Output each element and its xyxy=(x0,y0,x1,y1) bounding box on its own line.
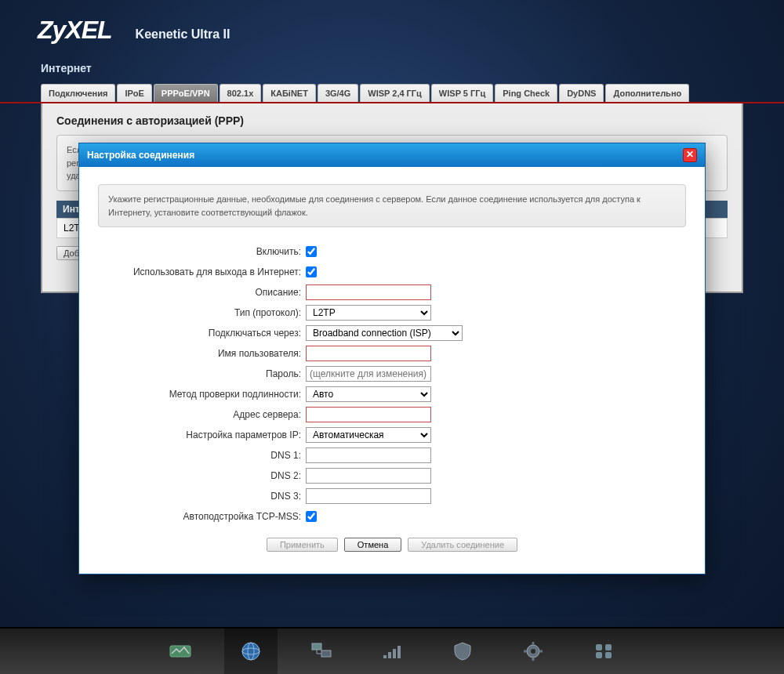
server-input[interactable] xyxy=(306,407,431,422)
label-tcp-mss: Автоподстройка TCP-MSS: xyxy=(98,511,306,522)
tab-wisp24[interactable]: WISP 2,4 ГГц xyxy=(360,84,430,102)
close-icon[interactable]: ✕ xyxy=(683,148,697,162)
label-auth-method: Метод проверки подлинности: xyxy=(98,389,306,400)
tab-dydns[interactable]: DyDNS xyxy=(559,84,604,102)
shield-icon xyxy=(451,641,474,661)
nav-security[interactable] xyxy=(436,629,489,674)
nav-internet[interactable] xyxy=(224,629,278,674)
tab-wisp5[interactable]: WISP 5 ГГц xyxy=(431,84,493,102)
svg-rect-16 xyxy=(596,644,602,650)
modal-hint: Укажите регистрационные данные, необходи… xyxy=(98,184,686,227)
enable-checkbox[interactable] xyxy=(306,246,317,257)
svg-rect-9 xyxy=(397,646,401,658)
gear-icon xyxy=(521,641,545,661)
signal-icon xyxy=(380,641,404,661)
label-connect-via: Подключаться через: xyxy=(98,328,306,339)
modal-title: Настройка соединения xyxy=(87,150,194,161)
svg-rect-17 xyxy=(605,644,612,650)
tab-8021x[interactable]: 802.1x xyxy=(220,84,262,102)
delete-button[interactable]: Удалить соединение xyxy=(408,538,517,552)
tab-3g4g[interactable]: 3G/4G xyxy=(318,84,358,102)
connection-settings-modal: Настройка соединения ✕ Укажите регистрац… xyxy=(78,143,706,574)
bottom-nav xyxy=(0,627,784,674)
label-use-internet: Использовать для выхода в Интернет: xyxy=(98,266,306,277)
svg-rect-6 xyxy=(383,655,387,658)
dns2-input[interactable] xyxy=(306,468,431,484)
tab-advanced[interactable]: Дополнительно xyxy=(605,84,689,102)
password-input[interactable] xyxy=(306,366,431,382)
label-dns1: DNS 1: xyxy=(98,450,306,461)
svg-rect-8 xyxy=(393,649,396,658)
label-ip-params: Настройка параметров IP: xyxy=(98,429,306,440)
label-dns2: DNS 2: xyxy=(98,470,306,481)
svg-rect-18 xyxy=(596,652,602,658)
tab-ping-check[interactable]: Ping Check xyxy=(495,84,557,102)
logo: ZyXEL xyxy=(38,16,112,45)
label-dns3: DNS 3: xyxy=(98,491,306,502)
tab-bar: Подключения IPoE PPPoE/VPN 802.1x КАБiNE… xyxy=(0,84,784,103)
auth-method-select[interactable]: Авто xyxy=(306,386,431,402)
status-icon xyxy=(169,641,192,661)
nav-system[interactable] xyxy=(506,629,560,674)
apply-button[interactable]: Применить xyxy=(267,538,338,552)
label-enable: Включить: xyxy=(98,246,306,257)
label-protocol: Тип (протокол): xyxy=(98,307,306,318)
tab-kabinet[interactable]: КАБiNET xyxy=(263,84,316,102)
tab-ipoe[interactable]: IPoE xyxy=(117,84,151,102)
label-server: Адрес сервера: xyxy=(98,409,306,420)
tcp-mss-checkbox[interactable] xyxy=(306,511,317,522)
dns1-input[interactable] xyxy=(306,448,431,463)
cancel-button[interactable]: Отмена xyxy=(344,538,401,552)
tab-pppoe-vpn[interactable]: PPPoE/VPN xyxy=(154,84,218,102)
ip-params-select[interactable]: Автоматическая xyxy=(306,427,431,443)
nav-status[interactable] xyxy=(154,629,207,674)
svg-rect-5 xyxy=(321,650,331,657)
globe-icon xyxy=(239,641,263,661)
svg-rect-7 xyxy=(388,652,391,658)
panel-title: Соединения с авторизацией (PPP) xyxy=(56,114,728,127)
username-input[interactable] xyxy=(306,346,431,361)
label-password: Пароль: xyxy=(98,368,306,379)
nav-wifi[interactable] xyxy=(365,629,419,674)
network-icon xyxy=(310,641,333,661)
nav-home-network[interactable] xyxy=(295,629,348,674)
page-title: Интернет xyxy=(0,54,784,84)
label-description: Описание: xyxy=(98,287,306,298)
dns3-input[interactable] xyxy=(306,488,431,504)
protocol-select[interactable]: L2TP xyxy=(306,305,431,321)
nav-apps[interactable] xyxy=(577,629,630,674)
apps-icon xyxy=(592,641,615,661)
svg-rect-19 xyxy=(605,652,612,658)
label-username: Имя пользователя: xyxy=(98,348,306,359)
svg-point-1 xyxy=(242,643,260,660)
tab-connections[interactable]: Подключения xyxy=(41,84,115,102)
connect-via-select[interactable]: Broadband connection (ISP) xyxy=(306,325,463,341)
svg-point-11 xyxy=(531,649,535,654)
use-internet-checkbox[interactable] xyxy=(306,266,317,277)
model-name: Keenetic Ultra II xyxy=(136,27,230,42)
svg-rect-4 xyxy=(312,643,321,650)
description-input[interactable] xyxy=(306,284,431,300)
